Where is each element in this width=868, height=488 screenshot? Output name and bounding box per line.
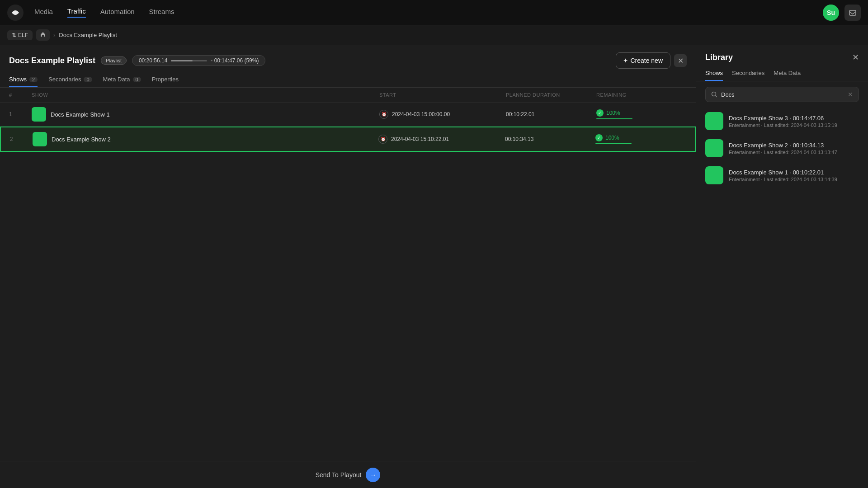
breadcrumb-page: Docs Example Playlist [59,32,117,38]
library-tab-secondaries[interactable]: Secondaries [732,66,764,81]
col-start: START [379,92,506,98]
close-playlist-button[interactable]: ✕ [674,54,687,67]
row-1-num: 1 [9,111,32,117]
lib-item-info-3: Docs Example Show 1 · 00:10:22.01 Entert… [729,169,859,182]
row-2-start-cell: ⏰ 2024-04-03 15:10:22.01 [378,135,505,144]
send-playout-label: Send To Playout [316,471,362,479]
row-1-start-cell: ⏰ 2024-04-03 15:00:00.00 [379,110,506,119]
tab-shows[interactable]: Shows 2 [9,72,38,87]
row-1-remaining: ✓ 100% [596,109,687,119]
tab-metadata-badge: 0 [133,77,141,82]
svg-rect-1 [849,10,856,15]
header-actions: + Create new ✕ [616,52,687,69]
playlist-tabs: Shows 2 Secondaries 0 Meta Data 0 Proper… [0,69,696,88]
breadcrumb-separator: › [53,32,55,38]
lib-item-meta-2: Entertainment · Last edited: 2024-04-03 … [729,150,859,155]
list-item[interactable]: Docs Example Show 2 · 00:10:34.13 Entert… [702,135,863,162]
lib-item-info-2: Docs Example Show 2 · 00:10:34.13 Entert… [729,142,859,155]
user-avatar[interactable]: Su [823,5,839,21]
close-icon: ✕ [678,56,684,65]
tab-secondaries[interactable]: Secondaries 0 [48,72,92,87]
main-layout: Docs Example Playlist Playlist 00:20:56.… [0,45,868,488]
remaining-bar-1 [596,118,632,119]
check-icon: ✓ [596,109,604,117]
tab-properties[interactable]: Properties [152,72,179,87]
tab-metadata[interactable]: Meta Data 0 [103,72,141,87]
library-tab-metadata[interactable]: Meta Data [774,66,801,81]
library-search-area: ✕ [696,81,868,108]
create-new-button[interactable]: + Create new [616,52,670,69]
library-header: Library ✕ [696,45,868,62]
nav-item-automation[interactable]: Automation [100,8,135,17]
breadcrumb-station-name: ELF [18,32,28,38]
lib-item-name-1: Docs Example Show 3 · 00:14:47.06 [729,115,859,122]
nav-right: Su [823,5,861,21]
duration-start: 00:20:56.14 [139,57,167,64]
library-items: Docs Example Show 3 · 00:14:47.06 Entert… [696,108,868,488]
search-input[interactable] [721,91,844,98]
library-tabs: Shows Secondaries Meta Data [696,62,868,81]
playlist-title-row: Docs Example Playlist Playlist 00:20:56.… [9,55,265,66]
arrow-right-icon: → [370,471,376,479]
shows-table: # SHOW START PLANNED DURATION REMAINING … [0,88,696,461]
search-icon [711,91,717,98]
row-2-remaining: ✓ 100% [595,134,686,144]
library-tab-shows[interactable]: Shows [705,66,723,81]
list-item[interactable]: Docs Example Show 3 · 00:14:47.06 Entert… [702,108,863,135]
duration-bar [171,60,207,61]
nav-items: Media Traffic Automation Streams [34,7,823,18]
breadcrumb-station[interactable]: ⇅ ELF [7,30,33,40]
col-show: SHOW [32,92,379,98]
breadcrumb-bar: ⇅ ELF › Docs Example Playlist [0,25,868,45]
lib-item-thumb-1 [705,112,723,130]
nav-item-media[interactable]: Media [34,8,53,17]
tab-secondaries-badge: 0 [84,77,92,82]
table-row[interactable]: 1 Docs Example Show 1 ⏰ 2024-04-03 15:00… [0,103,696,127]
search-clear-button[interactable]: ✕ [848,91,853,98]
row-1-show-name: Docs Example Show 1 [51,111,110,118]
lib-item-thumb-2 [705,139,723,157]
tab-metadata-label: Meta Data [103,76,130,83]
duration-bar-fill [171,60,192,61]
lib-item-meta-3: Entertainment · Last edited: 2024-04-03 … [729,177,859,182]
row-2-num: 2 [10,136,33,142]
logo[interactable] [7,5,24,21]
tab-properties-label: Properties [152,76,179,83]
send-playout-bar: Send To Playout → [0,461,696,488]
lib-item-thumb-3 [705,166,723,184]
playlist-badge: Playlist [101,56,127,65]
col-planned-duration: PLANNED DURATION [506,92,596,98]
lib-item-info-1: Docs Example Show 3 · 00:14:47.06 Entert… [729,115,859,128]
nav-item-traffic[interactable]: Traffic [67,7,86,18]
inbox-icon-btn[interactable] [844,5,861,21]
lib-item-meta-1: Entertainment · Last edited: 2024-04-03 … [729,122,859,128]
tab-shows-label: Shows [9,76,27,83]
breadcrumb-home-btn[interactable] [36,29,50,41]
row-1-duration: 00:10:22.01 [506,111,596,117]
clock-icon: ⏰ [379,110,388,119]
content-area: Docs Example Playlist Playlist 00:20:56.… [0,45,696,488]
row-1-pct-label: 100% [606,110,620,116]
row-2-pct: ✓ 100% [595,134,686,141]
row-2-show-cell: Docs Example Show 2 [33,132,378,146]
tab-shows-badge: 2 [29,77,38,82]
library-close-button[interactable]: ✕ [852,52,859,62]
col-remaining: REMAINING [596,92,687,98]
row-2-start: 2024-04-03 15:10:22.01 [391,136,449,142]
table-row[interactable]: 2 Docs Example Show 2 ⏰ 2024-04-03 15:10… [0,127,696,152]
plus-icon: + [623,56,627,65]
breadcrumb-chevron-icon: ⇅ [12,32,16,38]
row-2-thumb [33,132,47,146]
remaining-bar-2 [595,143,632,144]
nav-item-streams[interactable]: Streams [149,8,175,17]
send-playout-button[interactable]: → [366,468,380,482]
playlist-header: Docs Example Playlist Playlist 00:20:56.… [0,45,696,69]
duration-info: 00:20:56.14 - 00:14:47.06 (59%) [132,55,265,66]
library-title: Library [705,53,733,62]
row-1-show-cell: Docs Example Show 1 [32,107,379,122]
list-item[interactable]: Docs Example Show 1 · 00:10:22.01 Entert… [702,162,863,189]
search-box: ✕ [705,87,859,102]
row-1-start: 2024-04-03 15:00:00.00 [392,111,450,117]
tab-secondaries-label: Secondaries [48,76,81,83]
row-2-duration: 00:10:34.13 [505,136,595,142]
